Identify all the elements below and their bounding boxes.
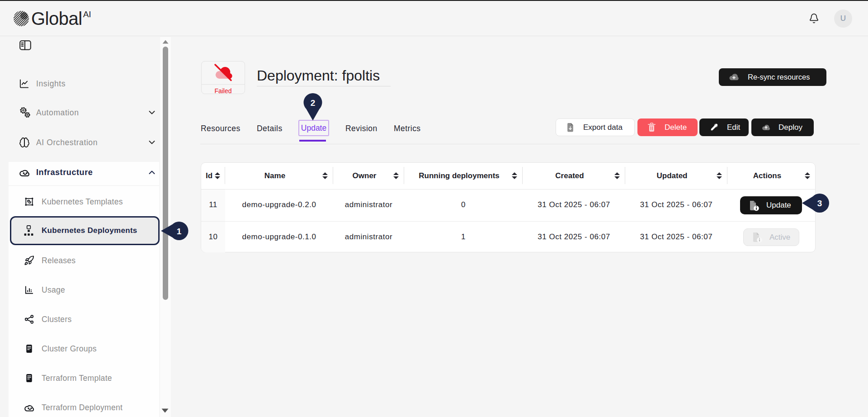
- svg-text:3: 3: [817, 199, 822, 208]
- svg-text:2: 2: [311, 98, 316, 108]
- svg-text:1: 1: [177, 227, 182, 236]
